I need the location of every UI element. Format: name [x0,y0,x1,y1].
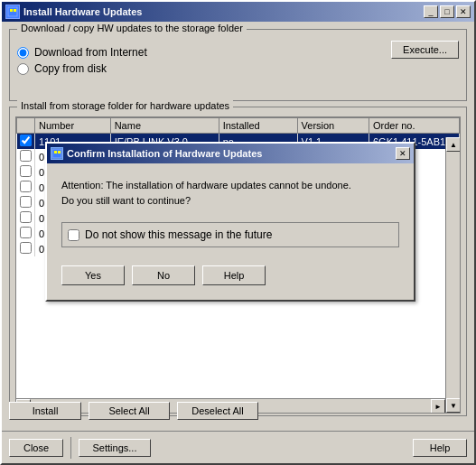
confirm-dialog: Confirm Installation of Hardware Updates… [45,142,415,302]
dialog-buttons: Yes No Help [61,265,399,285]
dialog-title-left: Confirm Installation of Hardware Updates [51,147,262,160]
dialog-yes-button[interactable]: Yes [61,265,125,285]
svg-rect-5 [58,151,61,153]
dialog-close-button[interactable]: ✕ [396,147,410,160]
dialog-icon [51,147,63,160]
dialog-title-text: Confirm Installation of Hardware Updates [67,148,262,159]
dialog-message: Attention: The installation of hardware … [61,178,399,208]
main-window: Install Hardware Updates _ □ ✕ Download … [0,0,476,465]
dialog-title-bar: Confirm Installation of Hardware Updates… [47,144,414,163]
no-show-checkbox[interactable] [68,229,79,241]
dialog-no-button[interactable]: No [132,265,195,285]
dialog-help-button[interactable]: Help [202,265,266,285]
dialog-body: Attention: The installation of hardware … [47,163,414,300]
checkbox-row[interactable]: Do not show this message in the future [61,222,399,247]
no-show-label: Do not show this message in the future [85,228,272,241]
modal-overlay: Confirm Installation of Hardware Updates… [2,2,474,463]
svg-rect-4 [54,151,57,153]
